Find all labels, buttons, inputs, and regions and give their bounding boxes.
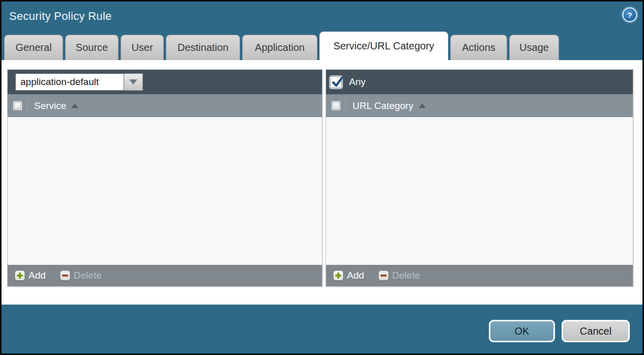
service-column-label[interactable]: Service [34, 100, 66, 112]
service-type-value[interactable]: application-default [15, 73, 124, 91]
service-column-header: Service [8, 94, 322, 117]
service-panel-header: application-default [8, 70, 322, 94]
service-type-dropdown[interactable]: application-default [15, 73, 143, 91]
delete-button-label: Delete [392, 270, 420, 281]
question-mark-glyph: ? [627, 11, 632, 19]
tab-service-url-category[interactable]: Service/URL Category [319, 32, 448, 60]
tab-destination[interactable]: Destination [166, 35, 240, 60]
tab-user[interactable]: User [121, 35, 164, 60]
service-panel: application-default Service Add [7, 69, 323, 287]
delete-button-label: Delete [74, 270, 102, 281]
tab-general[interactable]: General [4, 35, 63, 60]
column-divider [27, 98, 27, 114]
tab-source[interactable]: Source [65, 35, 119, 60]
url-category-select-all-checkbox[interactable] [331, 101, 341, 111]
url-category-panel-header: Any [326, 70, 633, 94]
security-policy-rule-dialog: Security Policy Rule ? General Source Us… [0, 0, 644, 355]
url-category-add-button[interactable]: Add [333, 270, 364, 281]
chevron-down-glyph [129, 79, 137, 85]
service-toolbar: Add Delete [8, 265, 322, 286]
service-delete-button[interactable]: Delete [60, 270, 102, 281]
tab-application[interactable]: Application [242, 35, 317, 60]
checkmark-icon [331, 76, 344, 89]
plus-icon [333, 270, 343, 281]
minus-icon [60, 270, 70, 281]
service-list[interactable] [8, 117, 322, 265]
plus-icon [15, 270, 25, 281]
service-add-button[interactable]: Add [15, 270, 46, 281]
tab-actions[interactable]: Actions [450, 35, 507, 60]
url-category-toolbar: Add Delete [326, 265, 633, 286]
ok-button[interactable]: OK [489, 320, 555, 342]
tab-bar: General Source User Destination Applicat… [4, 33, 559, 60]
tab-content: application-default Service Add [2, 60, 642, 305]
add-button-label: Add [28, 270, 46, 281]
service-select-all-checkbox[interactable] [13, 101, 22, 111]
any-label: Any [349, 76, 366, 88]
chevron-down-icon[interactable] [124, 73, 143, 91]
cancel-button[interactable]: Cancel [562, 320, 630, 342]
dialog-title: Security Policy Rule [9, 10, 112, 23]
url-category-column-header: URL Category [326, 94, 633, 117]
url-category-delete-button[interactable]: Delete [378, 270, 420, 281]
url-category-panel: Any URL Category Add Delete [326, 69, 633, 287]
minus-icon [378, 270, 389, 281]
help-icon[interactable]: ? [624, 9, 636, 21]
sort-ascending-icon[interactable] [71, 103, 78, 108]
column-divider [345, 98, 346, 114]
url-category-list[interactable] [326, 117, 633, 265]
url-category-column-label[interactable]: URL Category [353, 100, 414, 112]
any-checkbox[interactable] [330, 76, 342, 88]
tab-usage[interactable]: Usage [509, 35, 559, 60]
add-button-label: Add [347, 270, 364, 281]
sort-ascending-icon[interactable] [419, 103, 426, 108]
